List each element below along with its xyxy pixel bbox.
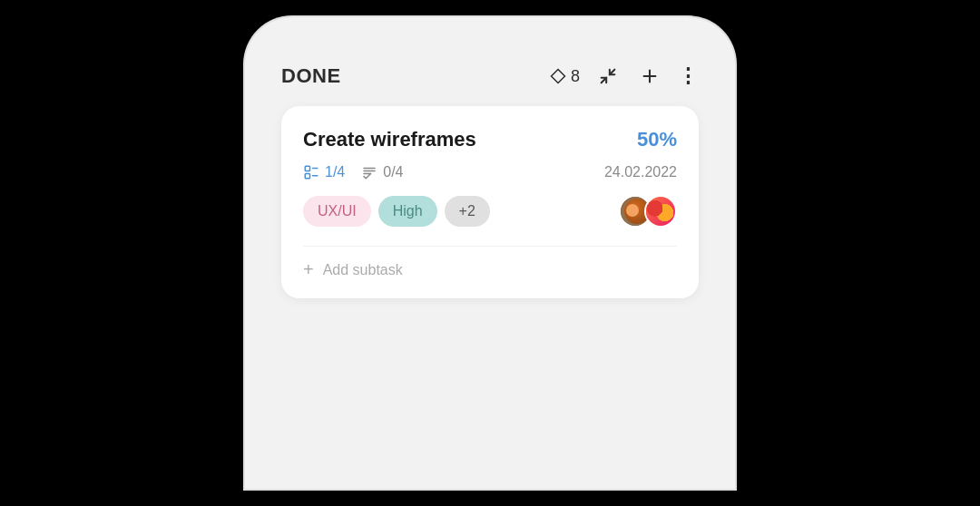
svg-rect-6 xyxy=(305,174,309,179)
content-area: DONE 8 xyxy=(281,54,699,298)
diamond-icon xyxy=(550,68,566,84)
task-card-header: Create wireframes 50% xyxy=(303,128,677,151)
checklist-icon xyxy=(361,164,377,180)
task-date: 24.02.2022 xyxy=(604,164,677,180)
story-points: 8 xyxy=(550,67,580,86)
task-progress: 50% xyxy=(637,128,677,151)
phone-frame: DONE 8 xyxy=(245,17,735,489)
subtask-icon xyxy=(303,164,319,180)
tags-row: UX/UI High +2 xyxy=(303,195,677,228)
column-title: DONE xyxy=(281,64,341,88)
add-subtask-row[interactable]: + Add subtask xyxy=(303,246,677,280)
svg-point-14 xyxy=(627,204,636,213)
checklist-count: 0/4 xyxy=(361,164,403,180)
compress-button[interactable] xyxy=(594,63,622,90)
tag-high[interactable]: High xyxy=(378,196,437,227)
task-meta-left: 1/4 0/4 xyxy=(303,164,404,180)
svg-point-12 xyxy=(626,204,641,219)
assignee-avatars xyxy=(619,195,677,228)
task-card[interactable]: Create wireframes 50% 1/4 xyxy=(281,106,699,298)
tags-left: UX/UI High +2 xyxy=(303,196,490,227)
task-meta: 1/4 0/4 24.02.2022 xyxy=(303,164,677,180)
add-subtask-icon: + xyxy=(303,259,314,280)
task-title: Create wireframes xyxy=(303,128,626,151)
column-header: DONE 8 xyxy=(281,54,699,106)
compress-icon xyxy=(598,66,618,86)
svg-rect-4 xyxy=(305,166,309,170)
more-options-icon[interactable]: ⋮ xyxy=(678,64,699,88)
header-actions: 8 ⋮ xyxy=(550,63,699,90)
add-task-button[interactable] xyxy=(636,63,663,90)
svg-point-15 xyxy=(635,204,642,211)
avatar-2-image xyxy=(646,197,675,226)
tag-uxui[interactable]: UX/UI xyxy=(303,196,371,227)
add-subtask-label: Add subtask xyxy=(323,262,403,278)
avatar-2 xyxy=(644,195,677,228)
tag-more[interactable]: +2 xyxy=(445,196,490,227)
subtask-count: 1/4 xyxy=(303,164,345,180)
plus-icon xyxy=(640,66,660,86)
